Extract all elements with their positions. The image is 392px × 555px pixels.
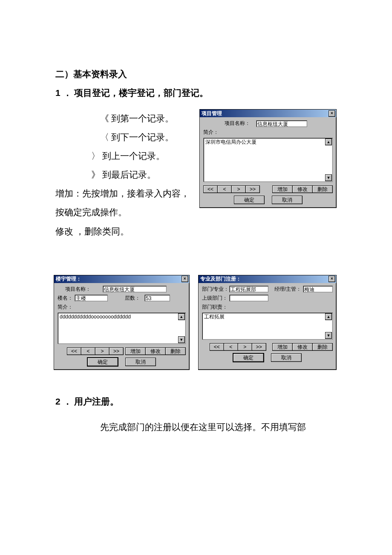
nav-prev-button[interactable]: <	[217, 185, 232, 193]
floors-label: 层数：	[125, 295, 140, 302]
project-name-input[interactable]: 信息枢纽大厦	[103, 286, 167, 292]
project-name-input[interactable]: 信息枢纽大厦	[256, 120, 307, 127]
building-name-input[interactable]: 主楼	[75, 295, 108, 301]
floors-input[interactable]: 53	[144, 295, 170, 301]
nav-next-button[interactable]: >	[238, 343, 252, 351]
intro-text: dddddddddddoooooooodddddd	[58, 313, 185, 321]
delete-button[interactable]: 删除	[165, 347, 186, 355]
close-button[interactable]: ×	[329, 110, 335, 117]
close-button[interactable]: ×	[182, 276, 188, 282]
dialog-title: 项目管理	[202, 110, 222, 117]
crud-group: 增加 修改 删除	[272, 343, 333, 351]
ok-button[interactable]: 确定	[233, 353, 264, 362]
nav-last-button[interactable]: >>	[245, 185, 260, 193]
add-button[interactable]: 增加	[272, 343, 293, 351]
cancel-button[interactable]: 取消	[272, 196, 303, 204]
delete-button[interactable]: 删除	[312, 343, 333, 351]
intro-textarea[interactable]: dddddddddddoooooooodddddd ▲ ▼	[58, 312, 186, 344]
section-heading: 二）基本资料录入	[55, 68, 337, 80]
scroll-down-icon[interactable]: ▼	[325, 332, 332, 339]
edit-button[interactable]: 修改	[145, 347, 166, 355]
scroll-down-icon[interactable]: ▼	[178, 336, 185, 343]
building-name-label: 楼名：	[58, 295, 75, 302]
duty-text: 工程拓展	[202, 313, 332, 321]
manager-label: 经理/主管：	[274, 286, 301, 293]
nav-last-button[interactable]: >>	[109, 347, 124, 355]
duty-label: 部门职责：	[202, 304, 228, 311]
titlebar: 项目管理 ×	[200, 110, 336, 117]
cancel-button[interactable]: 取消	[125, 358, 156, 366]
nav-next-button[interactable]: >	[95, 347, 110, 355]
add-button[interactable]: 增加	[125, 347, 146, 355]
nav-next-button[interactable]: >	[231, 185, 246, 193]
ok-button[interactable]: 确定	[87, 358, 118, 366]
delete-button[interactable]: 删除	[312, 185, 333, 193]
project-name-label: 项目名称：	[225, 120, 250, 127]
intro-textarea[interactable]: 深圳市电信局办公大厦 ▲ ▼	[203, 138, 333, 182]
intro-label: 简介：	[203, 129, 219, 136]
nav-prev-button[interactable]: <	[81, 347, 95, 355]
ok-button[interactable]: 确定	[234, 196, 265, 204]
dept-label: 部门/专业：	[202, 286, 229, 293]
add-button[interactable]: 增加	[272, 185, 293, 193]
mod-desc: 修改 ，删除类同。	[55, 222, 337, 241]
dialog-project-management: 项目管理 × 项目名称： 信息枢纽大厦 简介： 深圳市电信局办公大厦 ▲ ▼	[199, 109, 337, 208]
parent-dept-input[interactable]	[229, 295, 268, 301]
nav-last-button[interactable]: >>	[252, 343, 266, 351]
subsection-heading-1: 1 ． 项目登记，楼宇登记，部门登记。	[55, 87, 337, 99]
duty-textarea[interactable]: 工程拓展 ▲ ▼	[202, 312, 333, 340]
record-nav-group: << < > >>	[67, 347, 124, 355]
nav-first-button[interactable]: <<	[67, 347, 81, 355]
scroll-up-icon[interactable]: ▲	[325, 139, 332, 145]
nav-first-button[interactable]: <<	[203, 185, 218, 193]
record-nav-group: << < > >>	[210, 343, 266, 351]
edit-button[interactable]: 修改	[292, 185, 313, 193]
subsection-heading-2: 2 ． 用户注册。	[55, 396, 337, 408]
scroll-up-icon[interactable]: ▲	[178, 313, 185, 320]
dialog-title: 专业及部门注册：	[200, 275, 241, 283]
scroll-down-icon[interactable]: ▼	[325, 174, 332, 181]
dept-input[interactable]: 工程拓展部	[229, 286, 268, 292]
edit-button[interactable]: 修改	[292, 343, 313, 351]
project-name-label: 项目名称：	[65, 286, 91, 293]
intro-label: 简介：	[58, 304, 73, 311]
dialog-department-register: 专业及部门注册： × 部门/专业： 工程拓展部 经理/主管： 梅迪 上级部门：	[198, 275, 337, 370]
crud-group: 增加 修改 删除	[125, 347, 186, 355]
close-button[interactable]: ×	[329, 276, 335, 282]
dialog-title: 楼宇管理：	[56, 275, 81, 283]
crud-group: 增加 修改 删除	[272, 185, 333, 193]
record-nav-group: << < > >>	[203, 185, 260, 193]
nav-prev-button[interactable]: <	[224, 343, 238, 351]
titlebar: 专业及部门注册： ×	[199, 275, 336, 283]
nav-first-button[interactable]: <<	[210, 343, 224, 351]
titlebar: 楼宇管理： ×	[54, 275, 189, 283]
intro-text: 深圳市电信局办公大厦	[204, 138, 332, 146]
parent-dept-label: 上级部门：	[202, 295, 229, 302]
scroll-up-icon[interactable]: ▲	[325, 313, 332, 320]
body-paragraph-2: 先完成部门的注册以便在这里可以选择。不用填写部	[55, 418, 337, 436]
manager-input[interactable]: 梅迪	[303, 286, 333, 292]
cancel-button[interactable]: 取消	[271, 353, 302, 362]
dialog-building-management: 楼宇管理： × 项目名称： 信息枢纽大厦 楼名： 主楼 层数： 53	[54, 275, 190, 370]
